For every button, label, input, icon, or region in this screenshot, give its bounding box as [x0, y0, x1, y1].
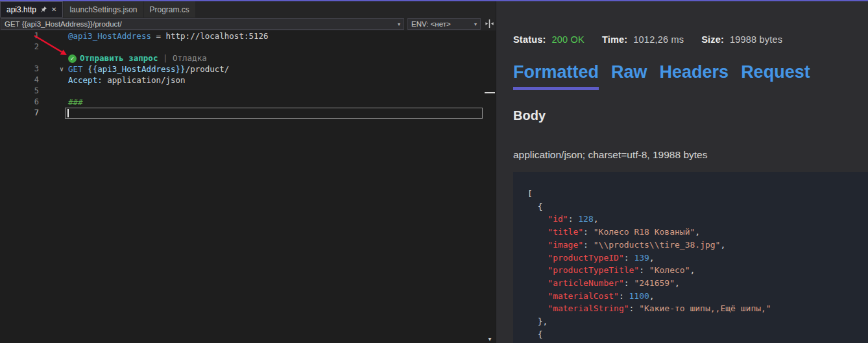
code-token: Accept:: [68, 75, 102, 85]
code-token: ###: [68, 97, 83, 107]
content-type-line: application/json; charset=utf-8, 19988 b…: [513, 149, 707, 161]
json-token: "\\products\\tire_38.jpg": [594, 240, 721, 250]
request-selector-value: GET {{api3_HostAddress}}/product/: [5, 20, 122, 28]
editor-scrollbar[interactable]: ▾: [484, 30, 496, 343]
json-token: :: [583, 227, 594, 237]
tab-label: Program.cs: [150, 5, 189, 14]
code-token: =: [151, 31, 166, 41]
json-token: [527, 214, 548, 224]
json-token: [527, 240, 548, 250]
status-label: Status:: [513, 34, 546, 45]
json-token: },: [527, 316, 548, 326]
line-number: 1: [0, 30, 39, 41]
json-token: [527, 265, 548, 275]
fold-column: [39, 108, 68, 119]
vs-http-client-window: api3.http✕launchSettings.jsonProgram.cs …: [0, 0, 868, 343]
json-line: "id": 128,: [527, 213, 868, 226]
editor-line: 3∨GET {{api3_HostAddress}}/product/: [0, 64, 484, 75]
scrollbar-down-arrow-icon[interactable]: ▾: [484, 335, 496, 342]
tab-api3.http[interactable]: api3.http✕: [0, 1, 63, 18]
pin-icon[interactable]: [40, 6, 47, 13]
code-token: {{api3_HostAddress}}: [88, 64, 186, 74]
line-number: 6: [0, 97, 39, 108]
json-token: "id": [548, 214, 568, 224]
response-tab-request[interactable]: Request: [741, 62, 810, 90]
chevron-down-icon: ▾: [398, 21, 400, 27]
json-token: ,: [594, 214, 599, 224]
json-token: "Колесо": [649, 265, 690, 275]
response-tab-raw[interactable]: Raw: [611, 62, 647, 90]
fold-column: [39, 53, 68, 64]
tab-launchSettings.json[interactable]: launchSettings.json: [64, 1, 143, 18]
line-number: 3: [0, 64, 39, 75]
fold-column: [39, 75, 68, 86]
editor-line: 5: [0, 86, 484, 97]
json-token: ,: [675, 278, 680, 288]
code-token[interactable]: Отправить запрос: [80, 53, 158, 63]
json-token: :: [624, 253, 634, 263]
editor-line: 2: [0, 41, 484, 53]
json-line: "materialString": "Какие-то шипы,,Ещё ши…: [527, 302, 868, 315]
json-token: "241659": [634, 278, 675, 288]
json-token: :: [583, 240, 594, 250]
env-selector[interactable]: ENV: <нет> ▾: [407, 18, 481, 30]
editor-pane: api3.http✕launchSettings.jsonProgram.cs …: [0, 1, 496, 343]
status-value: 200 OK: [552, 34, 585, 45]
json-line: [: [527, 187, 868, 200]
code-token: http://localhost:5126: [166, 31, 269, 41]
json-token: "image": [548, 240, 583, 250]
json-token: "title": [548, 227, 583, 237]
response-pane: Status: 200 OK Time: 1012,26 ms Size: 19…: [496, 1, 868, 343]
scrollbar-marker: [485, 92, 495, 93]
json-token: 1100: [629, 291, 649, 301]
code-token[interactable]: Отладка: [173, 53, 207, 63]
json-line: {: [527, 200, 868, 213]
json-token: "articleNumber": [548, 278, 623, 288]
response-status-row: Status: 200 OK Time: 1012,26 ms Size: 19…: [513, 34, 800, 45]
json-token: [527, 253, 548, 263]
tab-label: launchSettings.json: [69, 5, 137, 14]
fold-column: [39, 86, 68, 97]
response-body-json[interactable]: [ { "id": 128, "title": "Колесо R18 Кова…: [513, 172, 868, 343]
request-selector[interactable]: GET {{api3_HostAddress}}/product/ ▾: [1, 18, 404, 30]
tab-Program.cs[interactable]: Program.cs: [144, 1, 195, 18]
json-token: {: [527, 202, 542, 211]
fold-column: [39, 41, 68, 53]
json-token: [527, 227, 548, 237]
json-token: [527, 303, 548, 313]
json-token: ,: [720, 240, 725, 250]
close-icon[interactable]: ✕: [51, 6, 56, 13]
response-tab-formatted[interactable]: Formatted: [513, 62, 599, 90]
code-token: GET: [68, 64, 88, 74]
json-line: "productTypeTitle": "Колесо",: [527, 264, 868, 277]
time-value: 1012,26 ms: [633, 34, 684, 45]
json-token: :: [624, 278, 634, 288]
json-token: 139: [634, 253, 649, 263]
editor-line: 7: [0, 108, 484, 119]
code-token: application/json: [102, 75, 186, 85]
editor-line: 1@api3_HostAddress = http://localhost:51…: [0, 30, 484, 41]
code-text: ###: [68, 97, 83, 108]
json-token: [527, 278, 548, 288]
line-number: 2: [0, 41, 39, 53]
codelens-row: ✓Отправить запрос | Отладка: [0, 53, 484, 64]
json-token: :: [639, 265, 649, 275]
send-request-check-icon[interactable]: ✓: [68, 54, 77, 63]
json-line: "materialCost": 1100,: [527, 290, 868, 303]
code-token: @api3_HostAddress: [68, 31, 151, 41]
json-line: },: [527, 315, 868, 328]
json-token: ,: [649, 253, 655, 263]
json-token: "Какие-то шипы,,Ещё шипы,": [639, 303, 771, 313]
size-value: 19988 bytes: [730, 34, 782, 45]
fold-chevron-icon[interactable]: ∨: [39, 64, 68, 75]
toggle-pane-icon[interactable]: [485, 19, 495, 29]
code-text: @api3_HostAddress = http://localhost:512…: [68, 30, 269, 41]
line-number: 7: [0, 108, 39, 119]
top-accent-bar: [0, 0, 868, 1]
line-number: 4: [0, 75, 39, 86]
response-tab-headers[interactable]: Headers: [660, 62, 729, 90]
response-tabs: FormattedRawHeadersRequest: [513, 62, 810, 90]
code-editor[interactable]: 1@api3_HostAddress = http://localhost:51…: [0, 30, 496, 343]
json-line: {: [527, 328, 868, 341]
fold-column: [39, 97, 68, 108]
